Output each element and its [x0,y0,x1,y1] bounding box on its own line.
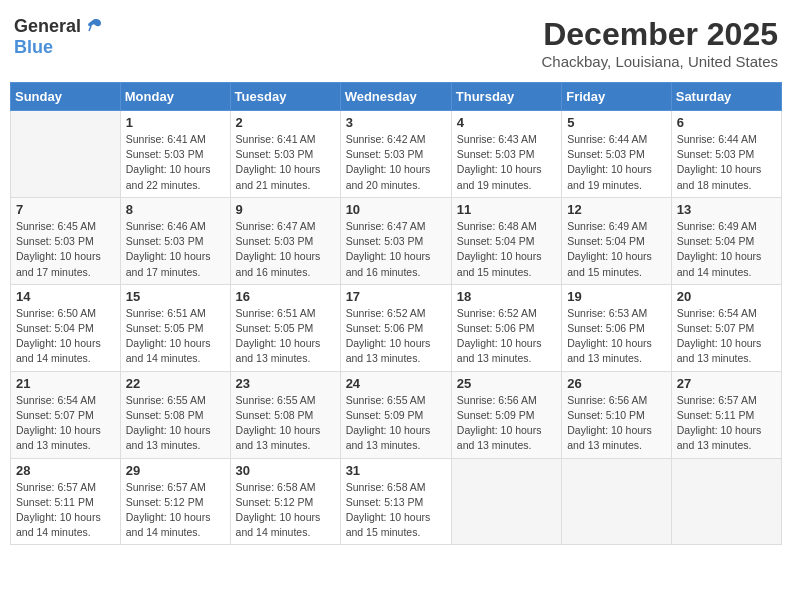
day-cell [11,111,121,198]
header: General Blue December 2025 Chackbay, Lou… [10,10,782,76]
day-cell: 9Sunrise: 6:47 AMSunset: 5:03 PMDaylight… [230,197,340,284]
day-info: Sunrise: 6:41 AMSunset: 5:03 PMDaylight:… [236,132,335,193]
day-number: 24 [346,376,446,391]
calendar: SundayMondayTuesdayWednesdayThursdayFrid… [10,82,782,545]
day-cell: 2Sunrise: 6:41 AMSunset: 5:03 PMDaylight… [230,111,340,198]
day-number: 22 [126,376,225,391]
day-number: 27 [677,376,776,391]
weekday-friday: Friday [562,83,672,111]
weekday-header-row: SundayMondayTuesdayWednesdayThursdayFrid… [11,83,782,111]
day-number: 11 [457,202,556,217]
day-number: 29 [126,463,225,478]
day-number: 16 [236,289,335,304]
day-info: Sunrise: 6:49 AMSunset: 5:04 PMDaylight:… [567,219,666,280]
day-cell: 3Sunrise: 6:42 AMSunset: 5:03 PMDaylight… [340,111,451,198]
day-cell [562,458,672,545]
day-number: 17 [346,289,446,304]
day-info: Sunrise: 6:46 AMSunset: 5:03 PMDaylight:… [126,219,225,280]
logo: General Blue [14,16,103,58]
day-info: Sunrise: 6:45 AMSunset: 5:03 PMDaylight:… [16,219,115,280]
weekday-tuesday: Tuesday [230,83,340,111]
day-cell: 28Sunrise: 6:57 AMSunset: 5:11 PMDayligh… [11,458,121,545]
day-number: 25 [457,376,556,391]
day-number: 10 [346,202,446,217]
day-cell: 16Sunrise: 6:51 AMSunset: 5:05 PMDayligh… [230,284,340,371]
day-cell: 15Sunrise: 6:51 AMSunset: 5:05 PMDayligh… [120,284,230,371]
day-cell: 7Sunrise: 6:45 AMSunset: 5:03 PMDaylight… [11,197,121,284]
day-cell [451,458,561,545]
day-info: Sunrise: 6:41 AMSunset: 5:03 PMDaylight:… [126,132,225,193]
week-row-5: 28Sunrise: 6:57 AMSunset: 5:11 PMDayligh… [11,458,782,545]
day-info: Sunrise: 6:56 AMSunset: 5:09 PMDaylight:… [457,393,556,454]
day-info: Sunrise: 6:57 AMSunset: 5:11 PMDaylight:… [16,480,115,541]
day-cell: 27Sunrise: 6:57 AMSunset: 5:11 PMDayligh… [671,371,781,458]
day-number: 6 [677,115,776,130]
day-info: Sunrise: 6:47 AMSunset: 5:03 PMDaylight:… [236,219,335,280]
day-cell: 4Sunrise: 6:43 AMSunset: 5:03 PMDaylight… [451,111,561,198]
day-info: Sunrise: 6:56 AMSunset: 5:10 PMDaylight:… [567,393,666,454]
day-number: 8 [126,202,225,217]
day-number: 18 [457,289,556,304]
day-number: 13 [677,202,776,217]
day-info: Sunrise: 6:54 AMSunset: 5:07 PMDaylight:… [16,393,115,454]
day-cell: 12Sunrise: 6:49 AMSunset: 5:04 PMDayligh… [562,197,672,284]
day-number: 2 [236,115,335,130]
day-number: 4 [457,115,556,130]
week-row-2: 7Sunrise: 6:45 AMSunset: 5:03 PMDaylight… [11,197,782,284]
weekday-wednesday: Wednesday [340,83,451,111]
day-cell: 22Sunrise: 6:55 AMSunset: 5:08 PMDayligh… [120,371,230,458]
day-info: Sunrise: 6:50 AMSunset: 5:04 PMDaylight:… [16,306,115,367]
title-area: December 2025 Chackbay, Louisiana, Unite… [541,16,778,70]
day-number: 12 [567,202,666,217]
day-info: Sunrise: 6:44 AMSunset: 5:03 PMDaylight:… [677,132,776,193]
day-info: Sunrise: 6:58 AMSunset: 5:12 PMDaylight:… [236,480,335,541]
day-info: Sunrise: 6:58 AMSunset: 5:13 PMDaylight:… [346,480,446,541]
day-number: 9 [236,202,335,217]
day-number: 31 [346,463,446,478]
day-info: Sunrise: 6:55 AMSunset: 5:09 PMDaylight:… [346,393,446,454]
day-cell: 25Sunrise: 6:56 AMSunset: 5:09 PMDayligh… [451,371,561,458]
day-info: Sunrise: 6:47 AMSunset: 5:03 PMDaylight:… [346,219,446,280]
day-cell: 6Sunrise: 6:44 AMSunset: 5:03 PMDaylight… [671,111,781,198]
logo-blue: Blue [14,37,53,57]
day-info: Sunrise: 6:49 AMSunset: 5:04 PMDaylight:… [677,219,776,280]
day-number: 28 [16,463,115,478]
day-cell: 31Sunrise: 6:58 AMSunset: 5:13 PMDayligh… [340,458,451,545]
day-cell: 17Sunrise: 6:52 AMSunset: 5:06 PMDayligh… [340,284,451,371]
day-number: 26 [567,376,666,391]
day-cell: 14Sunrise: 6:50 AMSunset: 5:04 PMDayligh… [11,284,121,371]
day-cell [671,458,781,545]
day-cell: 30Sunrise: 6:58 AMSunset: 5:12 PMDayligh… [230,458,340,545]
day-cell: 10Sunrise: 6:47 AMSunset: 5:03 PMDayligh… [340,197,451,284]
day-cell: 11Sunrise: 6:48 AMSunset: 5:04 PMDayligh… [451,197,561,284]
logo-bird-icon [83,17,103,37]
day-cell: 19Sunrise: 6:53 AMSunset: 5:06 PMDayligh… [562,284,672,371]
day-cell: 1Sunrise: 6:41 AMSunset: 5:03 PMDaylight… [120,111,230,198]
week-row-4: 21Sunrise: 6:54 AMSunset: 5:07 PMDayligh… [11,371,782,458]
day-info: Sunrise: 6:53 AMSunset: 5:06 PMDaylight:… [567,306,666,367]
weekday-saturday: Saturday [671,83,781,111]
day-number: 23 [236,376,335,391]
day-info: Sunrise: 6:57 AMSunset: 5:12 PMDaylight:… [126,480,225,541]
week-row-1: 1Sunrise: 6:41 AMSunset: 5:03 PMDaylight… [11,111,782,198]
day-cell: 5Sunrise: 6:44 AMSunset: 5:03 PMDaylight… [562,111,672,198]
day-info: Sunrise: 6:55 AMSunset: 5:08 PMDaylight:… [126,393,225,454]
day-number: 5 [567,115,666,130]
day-info: Sunrise: 6:52 AMSunset: 5:06 PMDaylight:… [457,306,556,367]
day-info: Sunrise: 6:51 AMSunset: 5:05 PMDaylight:… [126,306,225,367]
day-info: Sunrise: 6:57 AMSunset: 5:11 PMDaylight:… [677,393,776,454]
location-title: Chackbay, Louisiana, United States [541,53,778,70]
day-number: 14 [16,289,115,304]
day-info: Sunrise: 6:48 AMSunset: 5:04 PMDaylight:… [457,219,556,280]
weekday-monday: Monday [120,83,230,111]
calendar-body: 1Sunrise: 6:41 AMSunset: 5:03 PMDaylight… [11,111,782,545]
day-info: Sunrise: 6:55 AMSunset: 5:08 PMDaylight:… [236,393,335,454]
day-number: 21 [16,376,115,391]
day-number: 7 [16,202,115,217]
day-info: Sunrise: 6:44 AMSunset: 5:03 PMDaylight:… [567,132,666,193]
day-info: Sunrise: 6:51 AMSunset: 5:05 PMDaylight:… [236,306,335,367]
day-info: Sunrise: 6:42 AMSunset: 5:03 PMDaylight:… [346,132,446,193]
day-number: 20 [677,289,776,304]
weekday-sunday: Sunday [11,83,121,111]
day-cell: 21Sunrise: 6:54 AMSunset: 5:07 PMDayligh… [11,371,121,458]
